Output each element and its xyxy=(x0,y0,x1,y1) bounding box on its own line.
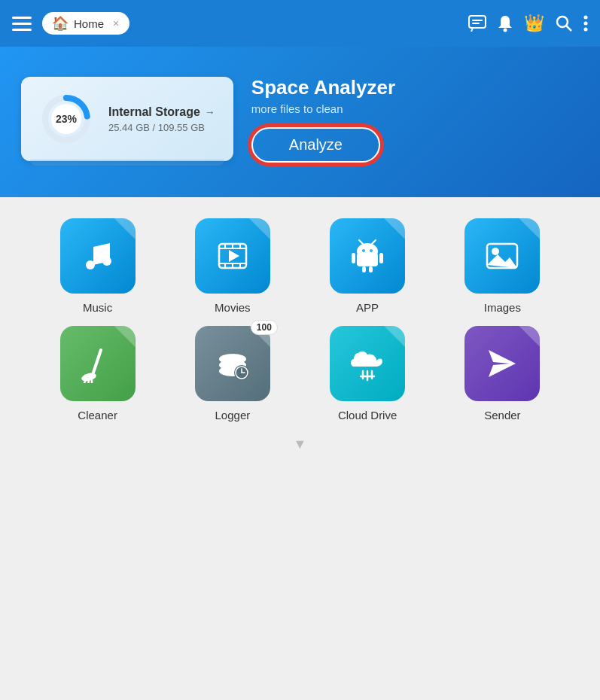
svg-point-31 xyxy=(362,249,365,252)
svg-rect-2 xyxy=(472,20,483,21)
svg-marker-37 xyxy=(487,254,517,268)
svg-rect-0 xyxy=(469,16,486,28)
sender-icon-tile xyxy=(464,326,540,401)
search-icon[interactable] xyxy=(555,14,573,32)
hamburger-menu[interactable] xyxy=(12,17,32,31)
grid-item-movies[interactable]: Movies xyxy=(165,218,300,314)
storage-info: Internal Storage → 25.44 GB / 109.55 GB xyxy=(108,105,215,133)
logger-badge-wrap: 100 xyxy=(195,326,270,401)
movies-icon-tile xyxy=(195,218,270,294)
svg-rect-30 xyxy=(369,266,373,272)
cleaner-icon-tile xyxy=(60,326,136,401)
home-icon: 🏠 xyxy=(53,17,68,30)
app-icon-grid: Music Movies xyxy=(30,218,570,422)
app-icon-tile xyxy=(330,218,405,294)
cleaner-label: Cleaner xyxy=(78,409,117,422)
music-label: Music xyxy=(83,301,112,314)
cloud-icon-tile xyxy=(330,326,405,401)
svg-line-39 xyxy=(92,350,101,377)
hero-section: 23% Internal Storage → 25.44 GB / 109.55… xyxy=(0,47,600,197)
grid-item-cleaner[interactable]: Cleaner xyxy=(30,326,165,422)
svg-point-14 xyxy=(102,257,111,266)
svg-line-33 xyxy=(359,240,363,244)
svg-line-34 xyxy=(372,240,376,244)
app-label: APP xyxy=(356,301,379,314)
top-bar: 🏠 Home × 👑 xyxy=(0,0,600,47)
svg-line-6 xyxy=(567,26,572,32)
svg-point-32 xyxy=(370,249,373,252)
space-analyzer-title: Space Analyzer xyxy=(251,76,395,99)
svg-rect-3 xyxy=(472,23,480,24)
grid-item-logger[interactable]: 100 Logger xyxy=(165,326,300,422)
svg-marker-55 xyxy=(489,350,516,377)
svg-point-8 xyxy=(584,22,588,26)
nav-icons: 👑 xyxy=(468,14,588,33)
crown-icon[interactable]: 👑 xyxy=(524,14,544,33)
storage-title: Internal Storage → xyxy=(108,105,215,119)
grid-item-music[interactable]: Music xyxy=(30,218,165,314)
tab-close-button[interactable]: × xyxy=(113,17,119,29)
sender-label: Sender xyxy=(484,409,520,422)
svg-point-36 xyxy=(492,248,499,255)
svg-line-42 xyxy=(88,381,89,383)
hero-right: Space Analyzer more files to clean Analy… xyxy=(251,76,579,163)
grid-section: Music Movies xyxy=(0,197,600,700)
svg-point-46 xyxy=(219,354,246,364)
grid-item-sender[interactable]: Sender xyxy=(435,326,570,422)
svg-marker-16 xyxy=(229,250,239,262)
bottom-arrow-area: ▼ xyxy=(30,437,570,461)
space-analyzer-subtitle: more files to clean xyxy=(251,102,343,115)
cloud-drive-label: Cloud Drive xyxy=(338,409,397,422)
storage-donut-chart: 23% xyxy=(39,92,93,146)
home-tab-label: Home xyxy=(74,17,104,30)
grid-item-app[interactable]: APP xyxy=(300,218,435,314)
svg-point-13 xyxy=(86,260,95,269)
svg-point-7 xyxy=(584,16,588,20)
logger-icon-tile xyxy=(195,326,270,401)
grid-item-images[interactable]: Images xyxy=(435,218,570,314)
home-tab[interactable]: 🏠 Home × xyxy=(42,12,129,35)
svg-point-9 xyxy=(584,28,588,32)
storage-arrow: → xyxy=(205,106,215,118)
svg-rect-28 xyxy=(379,253,383,263)
grid-item-cloud[interactable]: Cloud Drive xyxy=(300,326,435,422)
svg-point-5 xyxy=(557,17,568,27)
svg-point-4 xyxy=(504,29,507,32)
logger-badge: 100 xyxy=(251,320,278,335)
storage-percent-label: 23% xyxy=(56,113,77,125)
down-arrow-icon[interactable]: ▼ xyxy=(294,437,307,452)
images-icon-tile xyxy=(464,218,540,294)
logger-label: Logger xyxy=(215,409,251,422)
svg-rect-27 xyxy=(352,253,355,263)
storage-card[interactable]: 23% Internal Storage → 25.44 GB / 109.55… xyxy=(21,77,233,161)
images-label: Images xyxy=(484,301,521,314)
svg-rect-29 xyxy=(362,266,366,272)
music-icon-tile xyxy=(60,218,136,294)
more-options-icon[interactable] xyxy=(583,14,588,32)
notification-icon[interactable] xyxy=(497,14,513,32)
movies-label: Movies xyxy=(215,301,251,314)
storage-size: 25.44 GB / 109.55 GB xyxy=(108,122,215,133)
chat-icon[interactable] xyxy=(468,15,486,32)
svg-rect-26 xyxy=(357,253,378,266)
analyze-button[interactable]: Analyze xyxy=(251,127,380,163)
